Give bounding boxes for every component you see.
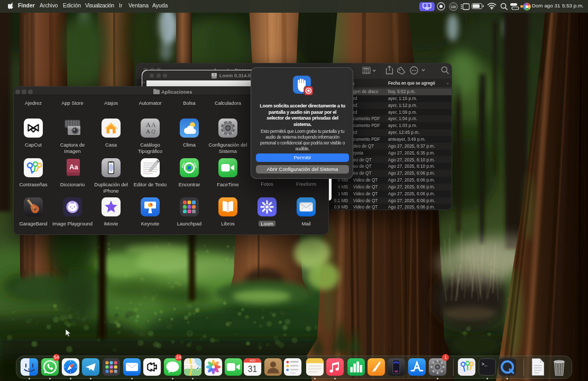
svg-text:A: A bbox=[146, 121, 151, 129]
svg-text:31: 31 bbox=[248, 365, 257, 374]
svg-text:>_: >_ bbox=[481, 361, 488, 367]
svg-text:A: A bbox=[151, 121, 156, 129]
svg-text:120: 120 bbox=[451, 5, 456, 8]
svg-text:AGO: AGO bbox=[250, 359, 255, 362]
svg-text:Aa: Aa bbox=[69, 163, 78, 171]
svg-text:A: A bbox=[146, 128, 150, 134]
svg-text:Q: Q bbox=[151, 128, 155, 134]
